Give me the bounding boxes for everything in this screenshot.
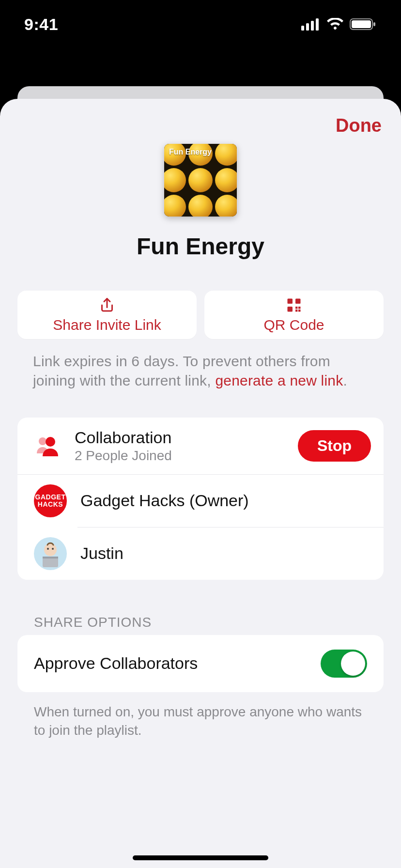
- member-name: Justin: [80, 544, 123, 563]
- collaboration-title: Collaboration: [75, 428, 284, 447]
- status-bar: 9:41: [0, 0, 401, 48]
- avatar: GADGETHACKS: [34, 484, 67, 517]
- svg-rect-1: [306, 23, 309, 31]
- share-options-card: Approve Collaborators: [17, 635, 384, 692]
- qr-code-button[interactable]: QR Code: [204, 291, 384, 339]
- artwork-title: Fun Energy: [169, 148, 212, 156]
- stop-button[interactable]: Stop: [298, 430, 371, 462]
- svg-rect-6: [373, 22, 375, 26]
- svg-rect-20: [43, 557, 58, 558]
- approve-collaborators-label: Approve Collaborators: [34, 654, 198, 673]
- approve-collaborators-row: Approve Collaborators: [17, 635, 384, 692]
- member-row[interactable]: GADGETHACKS Gadget Hacks (Owner): [17, 475, 384, 527]
- collaboration-header-row: Collaboration 2 People Joined Stop: [17, 418, 384, 475]
- svg-rect-11: [298, 310, 301, 312]
- svg-rect-13: [298, 307, 301, 309]
- member-row[interactable]: Justin: [17, 527, 384, 580]
- share-invite-link-button[interactable]: Share Invite Link: [17, 291, 197, 339]
- modal-sheet: Done Fun Energy Fun Energy Share Invite …: [0, 99, 401, 868]
- people-icon: [34, 434, 61, 457]
- cellular-icon: [301, 18, 321, 31]
- svg-rect-8: [295, 299, 301, 304]
- battery-icon: [350, 18, 377, 31]
- svg-rect-12: [295, 310, 298, 312]
- status-icons: [301, 18, 377, 31]
- link-expiry-text: Link expires in 6 days. To prevent other…: [17, 352, 384, 390]
- member-name: Gadget Hacks (Owner): [80, 491, 249, 510]
- playlist-artwork: Fun Energy: [164, 144, 237, 217]
- wifi-icon: [326, 18, 344, 31]
- svg-rect-3: [316, 18, 319, 31]
- svg-rect-5: [352, 20, 371, 28]
- playlist-title: Fun Energy: [137, 233, 264, 260]
- svg-point-15: [46, 437, 55, 447]
- home-indicator[interactable]: [133, 855, 268, 860]
- approve-collaborators-note: When turned on, you must approve anyone …: [17, 703, 384, 740]
- status-time: 9:41: [24, 15, 58, 34]
- svg-point-18: [52, 548, 54, 550]
- qr-code-label: QR Code: [263, 317, 324, 333]
- svg-rect-9: [288, 307, 293, 312]
- svg-rect-7: [288, 299, 293, 304]
- done-button[interactable]: Done: [336, 115, 382, 136]
- svg-point-14: [39, 437, 46, 445]
- share-invite-link-label: Share Invite Link: [53, 317, 161, 333]
- generate-new-link[interactable]: generate a new link: [215, 372, 343, 388]
- avatar: [34, 537, 67, 570]
- svg-rect-0: [301, 26, 304, 31]
- approve-collaborators-toggle[interactable]: [321, 650, 367, 678]
- collaboration-card: Collaboration 2 People Joined Stop GADGE…: [17, 418, 384, 580]
- svg-rect-10: [295, 307, 298, 309]
- share-options-header: SHARE OPTIONS: [17, 615, 384, 635]
- svg-point-17: [47, 548, 49, 550]
- qr-code-icon: [285, 296, 303, 314]
- svg-point-16: [44, 543, 57, 556]
- collaboration-subtitle: 2 People Joined: [75, 448, 284, 464]
- share-icon: [98, 296, 116, 314]
- svg-rect-2: [311, 21, 314, 31]
